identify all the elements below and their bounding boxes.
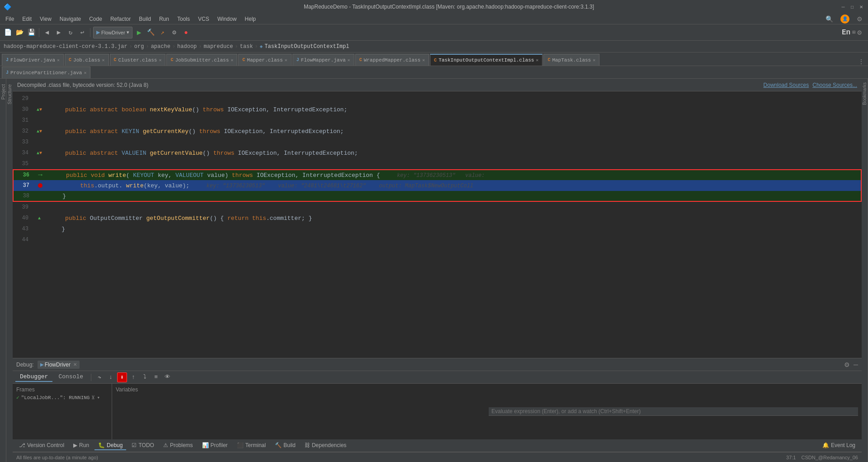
dependencies-tab[interactable]: ⛓ Dependencies	[301, 441, 350, 450]
debug-toolbar: Debugger Console ↷ ↓ ⬇ ↑ ⤵ ≡ 👁	[13, 371, 862, 384]
breadcrumb-task[interactable]: task	[240, 43, 253, 50]
terminal-tab[interactable]: ⬛ Terminal	[233, 441, 269, 450]
build-tab[interactable]: 🔨 Build	[271, 441, 299, 450]
watch-icon[interactable]: 👁	[162, 372, 172, 382]
new-file-icon[interactable]: 📄	[3, 28, 13, 38]
open-icon[interactable]: 📂	[14, 28, 24, 38]
menu-run[interactable]: Run	[156, 15, 173, 23]
menu-window[interactable]: Window	[214, 15, 241, 23]
menu-file[interactable]: File	[2, 15, 18, 23]
tabs-menu-icon[interactable]: ⋮	[858, 58, 864, 66]
step-into-icon[interactable]: ↓	[106, 372, 116, 382]
execution-arrow-icon: →	[38, 171, 42, 179]
tab-maptask-class[interactable]: C MapTask.class ✕	[543, 54, 599, 66]
menu-help[interactable]: Help	[241, 15, 259, 23]
run-button[interactable]: ▶	[134, 28, 144, 38]
tab-cluster-class[interactable]: C Cluster.class ✕	[110, 54, 166, 66]
problems-tab[interactable]: ⚠ Problems	[160, 441, 197, 450]
run-tab[interactable]: ▶ Run	[70, 441, 93, 450]
evaluate-icon[interactable]: ≡	[151, 372, 161, 382]
code-line-40: 40 ▲ public OutputCommitter getOutputCom…	[13, 213, 862, 224]
tabs-row-secondary: J ProvincePartitioner.java ✕	[0, 66, 868, 79]
tab-jobsubmitter-class[interactable]: C JobSubmitter.class ✕	[166, 54, 237, 66]
back-icon[interactable]: ◀	[42, 28, 52, 38]
tab-job-class[interactable]: C Job.class ✕	[65, 54, 108, 66]
record-icon[interactable]: ●	[181, 28, 191, 38]
tab-mapper-class[interactable]: C Mapper.class ✕	[238, 54, 291, 66]
line-number: 29	[13, 95, 33, 102]
profiler-icon: 📊	[202, 442, 209, 448]
debug-minimize-icon[interactable]: ─	[854, 361, 858, 368]
debug-tab-console[interactable]: Console	[54, 372, 88, 382]
download-sources-link[interactable]: Download Sources	[764, 82, 809, 88]
tabs-row: J FlowDriver.java ✕ C Job.class ✕ C Clus…	[0, 52, 868, 66]
debug-tab[interactable]: 🐛 Debug	[94, 441, 126, 450]
undo-icon[interactable]: ↩	[77, 28, 87, 38]
event-log-tab[interactable]: 🔔 Event Log	[819, 441, 859, 450]
version-control-tab[interactable]: ⎇ Version Control	[15, 441, 68, 450]
tab-flowmapper-java[interactable]: J FlowMapper.java ✕	[292, 54, 354, 66]
status-bar: All files are up-to-date (a minute ago) …	[13, 452, 862, 462]
menu-navigate[interactable]: Navigate	[56, 15, 85, 23]
breadcrumb-class[interactable]: TaskInputOutputContextImpl	[264, 43, 349, 50]
project-panel[interactable]: Project	[0, 79, 6, 462]
search-icon[interactable]: 🔍	[822, 14, 837, 24]
breadcrumb-org[interactable]: org	[134, 43, 144, 50]
decompiled-banner: Decompiled .class file, bytecode version…	[13, 79, 862, 91]
save-icon[interactable]: 💾	[26, 28, 36, 38]
code-line-43: 43 }	[13, 224, 862, 234]
choose-sources-link[interactable]: Choose Sources...	[812, 82, 857, 88]
frame-item[interactable]: ✓ "LocalJobR...": RUNNING ⊻ ▾	[14, 394, 110, 401]
menu-edit[interactable]: Edit	[19, 15, 35, 23]
line-content: }	[46, 226, 862, 233]
app-container: 🔷 MapReduceDemo - TaskInputOutputContext…	[0, 0, 868, 462]
code-line-38: 38 }	[13, 191, 862, 202]
user-avatar[interactable]: 👤	[840, 14, 849, 24]
menu-bar: File Edit View Navigate Code Refactor Bu…	[0, 14, 868, 24]
debug-tab-debugger[interactable]: Debugger	[15, 372, 52, 382]
bookmarks-label[interactable]: Bookmarks	[861, 81, 868, 107]
minimize-button[interactable]: ─	[840, 4, 846, 10]
debug-session-label[interactable]: FlowDriver	[45, 362, 71, 368]
force-step-into-icon[interactable]: ⬇	[117, 372, 127, 382]
maximize-button[interactable]: □	[849, 4, 855, 10]
frame-filter-icon[interactable]: ⊻	[91, 395, 95, 400]
line-content: }	[47, 193, 861, 200]
close-button[interactable]: ✕	[858, 4, 864, 10]
debug-session-close[interactable]: ✕	[73, 362, 77, 367]
tab-flowdriver-java[interactable]: J FlowDriver.java ✕	[2, 54, 64, 66]
breadcrumb-mapreduce[interactable]: mapreduce	[204, 43, 233, 50]
todo-tab[interactable]: ☑ TODO	[128, 441, 157, 450]
forward-icon[interactable]: ▶	[54, 28, 64, 38]
menu-vcs[interactable]: VCS	[194, 15, 213, 23]
step-out-icon[interactable]: ↑	[128, 372, 138, 382]
tab-wrappedmapper-class[interactable]: C WrappedMapper.class ✕	[355, 54, 429, 66]
menu-code[interactable]: Code	[85, 15, 106, 23]
tab-taskinputoutput-class[interactable]: C TaskInputOutputContextImpl.class ✕	[430, 54, 542, 66]
run-to-cursor-icon[interactable]: ⤵	[140, 372, 150, 382]
menu-refactor[interactable]: Refactor	[107, 15, 134, 23]
step-over-icon[interactable]: ↷	[94, 372, 104, 382]
menu-tools[interactable]: Tools	[174, 15, 193, 23]
profiler-tab[interactable]: 📊 Profiler	[198, 441, 231, 450]
language-selector[interactable]: En ⊞ ⚙	[842, 28, 865, 37]
debug-run-icon[interactable]: ↗	[158, 28, 168, 38]
breadcrumb-jar[interactable]: hadoop-mapreduce-client-core-3.1.3.jar	[4, 43, 127, 50]
refresh-icon[interactable]: ↻	[66, 28, 75, 38]
project-dropdown[interactable]: ▶ FlowDriver ▾	[93, 27, 132, 38]
debug-settings-icon[interactable]: ⚙	[844, 361, 850, 368]
tab-provincepartitioner-java[interactable]: J ProvincePartitioner.java ✕	[2, 67, 90, 78]
menu-view[interactable]: View	[36, 15, 55, 23]
menu-build[interactable]: Build	[135, 15, 155, 23]
structure-panel[interactable]: Structure	[6, 79, 13, 462]
build-icon[interactable]: 🔨	[146, 28, 156, 38]
eval-input[interactable]	[489, 407, 858, 416]
code-line-34: 34 ▲ ▼ public abstract VALUEIN getCurren…	[13, 148, 862, 158]
frame-dropdown-icon[interactable]: ▾	[97, 395, 100, 400]
breadcrumb-hadoop[interactable]: hadoop	[177, 43, 197, 50]
run-config-icon[interactable]: ⚙	[170, 28, 179, 38]
settings-icon[interactable]: ⚙	[853, 14, 866, 24]
code-line-30: 30 ▲ ▼ public abstract boolean nextKeyVa…	[13, 104, 862, 115]
breadcrumb-apache[interactable]: apache	[151, 43, 170, 50]
line-content: public abstract VALUEIN getCurrentValue(…	[46, 150, 862, 157]
